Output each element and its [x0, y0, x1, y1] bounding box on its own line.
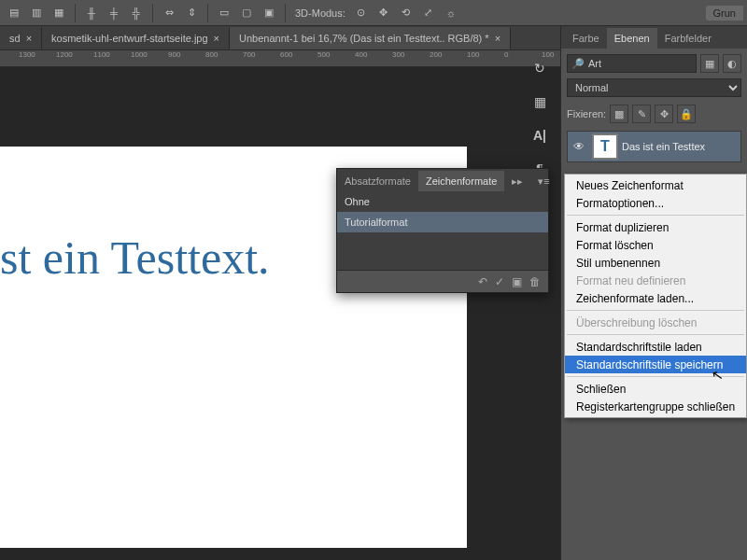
rotate-icon[interactable]: ⟲ [396, 3, 416, 23]
align-center-icon[interactable]: ▥ [26, 3, 47, 23]
ruler-tick: 1000 [131, 50, 148, 59]
ruler-tick: 400 [355, 50, 367, 59]
menu-item[interactable]: Stil umbenennen [565, 254, 746, 272]
filter-type-label: Art [588, 58, 601, 69]
align-right-icon[interactable]: ▦ [49, 3, 69, 23]
layer-row[interactable]: 👁 T Das ist ein Testtex [567, 131, 741, 162]
collapsed-panel-strip: ↻ ▦ A| ¶ [520, 50, 559, 183]
collapse-icon[interactable]: ▸▸ [504, 171, 530, 191]
menu-separator [567, 334, 744, 335]
panel-tabs: Farbe Ebenen Farbfelder [561, 26, 747, 49]
history-icon[interactable]: ↻ [526, 54, 554, 82]
pan-icon[interactable]: ✥ [374, 3, 394, 23]
doc-tab[interactable]: sd × [0, 27, 42, 49]
menu-item[interactable]: Formatoptionen... [565, 194, 746, 212]
spacing-h-icon[interactable]: ⇔ [159, 3, 179, 23]
doc-tab-active[interactable]: Unbenannt-1 bei 16,7% (Das ist ein Testt… [230, 27, 511, 49]
menu-item: Format neu definieren [565, 272, 746, 289]
new-style-icon[interactable]: ▣ [512, 275, 522, 288]
layers-panel: 🔎 Art ▦ ◐ Normal Fixieren: ▩ ✎ ✥ 🔒 👁 T D… [561, 49, 747, 168]
ruler-tick: 1300 [19, 50, 35, 59]
menu-separator [567, 310, 744, 311]
style-item-tutorialformat[interactable]: Tutorialformat [337, 212, 548, 232]
lock-label: Fixieren: [567, 108, 606, 119]
filter-adjust-icon[interactable]: ◐ [723, 54, 741, 73]
char-panel-footer: ↶ ✓ ▣ 🗑 [337, 270, 548, 292]
light-icon[interactable]: ☼ [441, 3, 461, 23]
menu-item[interactable]: Schließen [565, 380, 746, 398]
layer-name[interactable]: Das ist ein Testtex [622, 141, 705, 152]
blend-mode-select[interactable]: Normal [567, 78, 741, 97]
ruler-tick: 700 [243, 50, 255, 59]
visibility-eye-icon[interactable]: 👁 [570, 140, 588, 153]
doc-tab-label: kosmetik-uhl-entwurf-startseite.jpg [51, 33, 208, 44]
tab-farbfelder[interactable]: Farbfelder [657, 28, 719, 49]
align-left-icon[interactable]: ▤ [4, 3, 24, 23]
doc-tab-label: sd [9, 33, 21, 44]
menu-separator [567, 215, 744, 216]
orbit-icon[interactable]: ⊙ [351, 3, 372, 23]
scale-icon[interactable]: ⤢ [418, 3, 439, 23]
panel-menu-icon[interactable]: ▾≡ [530, 171, 557, 191]
lock-position-icon[interactable]: ✥ [655, 105, 673, 123]
tab-farbe[interactable]: Farbe [565, 28, 607, 49]
menu-item[interactable]: Format duplizieren [565, 218, 746, 236]
ruler-tick: 100 [467, 50, 479, 59]
close-icon[interactable]: × [26, 33, 32, 44]
ruler-tick: 900 [168, 50, 180, 59]
mode-1-icon[interactable]: ▭ [214, 3, 234, 23]
menu-item: Überschreibung löschen [565, 314, 746, 331]
menu-separator [567, 376, 744, 377]
menu-item[interactable]: Standardschriftstile speichern [565, 356, 746, 373]
filter-image-icon[interactable]: ▦ [700, 54, 719, 73]
menu-item[interactable]: Zeichenformate laden... [565, 289, 746, 307]
divider [207, 4, 208, 22]
ruler-tick: 500 [317, 50, 330, 59]
tab-ebenen[interactable]: Ebenen [607, 28, 657, 49]
mode-3-icon[interactable]: ▣ [259, 3, 279, 23]
options-toolbar: ▤ ▥ ▦ ╫ ╪ ╬ ⇔ ⇕ ▭ ▢ ▣ 3D-Modus: ⊙ ✥ ⟲ ⤢ … [0, 0, 747, 26]
distribute-3-icon[interactable]: ╬ [126, 3, 147, 23]
mode-label: 3D-Modus: [291, 7, 349, 19]
style-list: Ohne Tutorialformat [337, 191, 548, 270]
lock-transparency-icon[interactable]: ▩ [610, 105, 628, 123]
ruler-tick: 300 [392, 50, 404, 59]
tab-absatzformate[interactable]: Absatzformate [337, 171, 418, 191]
ruler-tick: 800 [205, 50, 218, 59]
trash-icon[interactable]: 🗑 [529, 275, 541, 288]
menu-item[interactable]: Standardschriftstile laden [565, 338, 746, 356]
apply-icon[interactable]: ✓ [495, 275, 504, 288]
filter-type-select[interactable]: 🔎 Art [567, 54, 697, 73]
menu-item[interactable]: Registerkartengruppe schließen [565, 398, 746, 415]
doc-tab-label: Unbenannt-1 bei 16,7% (Das ist ein Testt… [239, 33, 489, 44]
close-icon[interactable]: × [495, 33, 500, 44]
character-styles-panel: Absatzformate Zeichenformate ▸▸ ▾≡ Ohne … [336, 168, 549, 293]
canvas-area[interactable]: st ein Testtext. [0, 67, 560, 560]
tab-zeichenformate[interactable]: Zeichenformate [418, 171, 504, 191]
menu-item[interactable]: Neues Zeichenformat [565, 176, 746, 194]
panel-context-menu: Neues ZeichenformatFormatoptionen...Form… [564, 174, 747, 418]
divider [285, 4, 286, 22]
lock-pixels-icon[interactable]: ✎ [632, 105, 651, 123]
close-icon[interactable]: × [214, 33, 219, 44]
ruler-tick: 600 [280, 50, 292, 59]
doc-tab[interactable]: kosmetik-uhl-entwurf-startseite.jpg × [42, 27, 230, 49]
search-icon: 🔎 [571, 58, 585, 70]
lock-row: Fixieren: ▩ ✎ ✥ 🔒 [567, 105, 741, 123]
divider [152, 4, 153, 22]
ruler-tick: 0 [504, 50, 508, 59]
lock-all-icon[interactable]: 🔒 [677, 105, 696, 123]
spacing-v-icon[interactable]: ⇕ [181, 3, 202, 23]
distribute-1-icon[interactable]: ╫ [81, 3, 102, 23]
divider [75, 4, 76, 22]
ruler-tick: 1100 [93, 50, 110, 59]
character-icon[interactable]: A| [526, 121, 554, 149]
style-item-ohne[interactable]: Ohne [337, 191, 548, 212]
menu-item[interactable]: Format löschen [565, 236, 746, 254]
undo-icon[interactable]: ↶ [478, 275, 487, 288]
mode-2-icon[interactable]: ▢ [236, 3, 257, 23]
ruler-tick: 1200 [56, 50, 73, 59]
distribute-2-icon[interactable]: ╪ [104, 3, 124, 23]
workspace-switcher[interactable]: Grun [706, 6, 743, 21]
swatches-icon[interactable]: ▦ [526, 88, 554, 116]
